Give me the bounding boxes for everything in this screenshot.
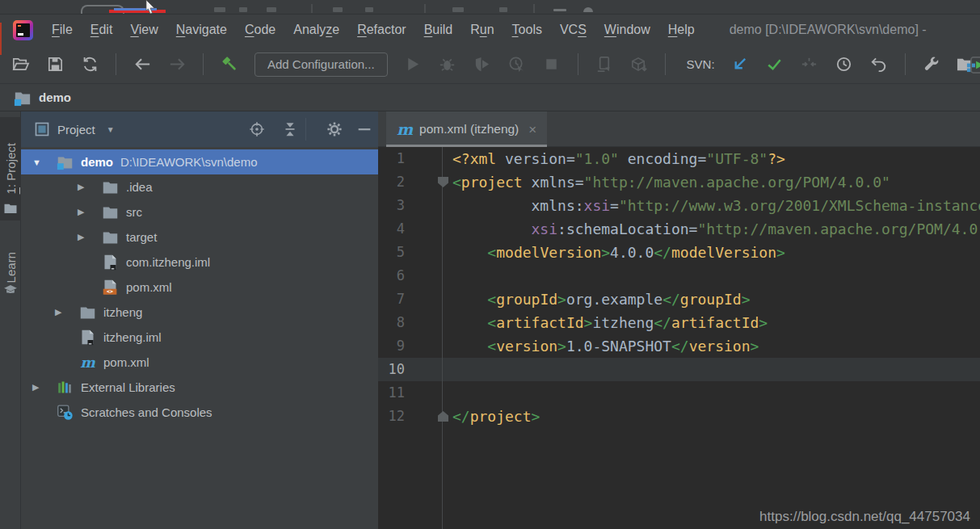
tree-row-src[interactable]: ▶src: [21, 199, 378, 225]
svn-revert-icon[interactable]: [869, 55, 889, 74]
close-icon[interactable]: ×: [528, 123, 536, 136]
editor-tab-pomxml[interactable]: m pom.xml (itzheng) ×: [386, 111, 547, 147]
folder-icon: [79, 304, 99, 321]
project-panel-header[interactable]: Project ▼: [21, 111, 378, 147]
tool-window-icon: [34, 121, 50, 137]
add-configuration-button[interactable]: Add Configuration...: [254, 52, 388, 77]
tree-row-demo[interactable]: ▼demoD:\IDEAWORK\svn\demo: [21, 149, 378, 174]
run-anything-icon[interactable]: [969, 55, 980, 74]
menu-vcs[interactable]: VCS: [551, 19, 595, 40]
project-folder-icon: [14, 89, 32, 107]
background-icon-fragment: [214, 7, 225, 12]
gear-icon[interactable]: [326, 120, 343, 138]
background-separator-fragment: [311, 4, 313, 13]
stripe-button-learn[interactable]: Learn: [0, 233, 21, 302]
window-title: demo [D:\IDEAWORK\svn\demo] -: [730, 23, 927, 37]
locate-file-icon[interactable]: [248, 120, 266, 138]
code-editor[interactable]: 123456789101112 <?xml version="1.0" enco…: [378, 147, 980, 529]
save-icon[interactable]: [45, 55, 65, 74]
install-artifact-icon[interactable]: [629, 55, 649, 74]
back-arrow-icon[interactable]: [132, 55, 152, 74]
tree-row-pom-xml[interactable]: mpom.xml: [21, 350, 378, 375]
tree-row--idea[interactable]: ▶.idea: [21, 174, 378, 199]
collapse-all-icon[interactable]: [281, 120, 299, 138]
main-toolbar: Add Configuration...SVN:: [0, 45, 980, 84]
open-folder-icon[interactable]: [11, 55, 30, 74]
tree-row-scratches-and-consoles[interactable]: Scratches and Consoles: [21, 400, 378, 425]
menu-help[interactable]: Help: [659, 19, 704, 40]
tree-row-external-libraries[interactable]: ▶External Libraries: [21, 375, 378, 400]
background-separator-fragment: [533, 4, 535, 13]
menu-analyze[interactable]: Analyze: [284, 19, 348, 40]
debug-icon[interactable]: [438, 55, 457, 74]
editor-tab-title: pom.xml (itzheng): [419, 122, 519, 136]
breadcrumb-project[interactable]: demo: [39, 90, 71, 104]
tree-row-itzheng-iml[interactable]: itzheng.iml: [21, 325, 378, 350]
svn-merge-icon[interactable]: [800, 55, 819, 74]
chevron-collapsed-icon[interactable]: ▶: [55, 307, 79, 317]
run-coverage-icon[interactable]: [473, 55, 492, 74]
line-number: 10: [378, 358, 442, 381]
graduation-cap-icon: [3, 283, 18, 297]
code-line: <groupId>org.example</groupId>: [452, 288, 980, 311]
hide-panel-icon[interactable]: [355, 120, 373, 138]
tree-item-label: pom.xml: [103, 355, 149, 369]
menu-file[interactable]: File: [43, 19, 82, 40]
toolbar-separator: [203, 53, 204, 75]
stripe-button-project[interactable]: 1: Project: [0, 117, 21, 220]
mouse-cursor: [144, 0, 157, 14]
chevron-down-icon[interactable]: ▼: [107, 125, 115, 134]
menu-refactor[interactable]: Refactor: [348, 19, 414, 40]
toolbar-separator: [905, 53, 906, 75]
run-icon[interactable]: [403, 55, 423, 74]
chevron-expanded-icon[interactable]: ▼: [32, 157, 57, 167]
tree-row-com-itzheng-iml[interactable]: com.itzheng.iml: [21, 250, 378, 275]
intellij-logo-icon: [13, 20, 33, 40]
tree-row-itzheng[interactable]: ▶itzheng: [21, 300, 378, 325]
svn-commit-icon[interactable]: [765, 55, 784, 74]
line-number: 7: [378, 288, 442, 311]
toolbar-separator: [116, 53, 116, 75]
tool-window-stripe: 1: Project Learn: [0, 111, 21, 529]
menu-run[interactable]: Run: [461, 19, 503, 40]
svn-update-icon[interactable]: [730, 55, 750, 74]
chevron-collapsed-icon[interactable]: ▶: [78, 207, 102, 217]
tree-item-label: target: [126, 230, 157, 244]
tree-item-label: itzheng.iml: [103, 330, 162, 344]
svn-history-icon[interactable]: [835, 55, 854, 74]
menu-navigate[interactable]: Navigate: [167, 19, 236, 40]
svg-text:m: m: [80, 355, 95, 371]
tree-row-target[interactable]: ▶target: [21, 225, 378, 250]
background-separator-fragment: [424, 4, 426, 13]
menu-window[interactable]: Window: [595, 19, 659, 40]
menu-code[interactable]: Code: [236, 19, 284, 40]
chevron-collapsed-icon[interactable]: ▶: [32, 382, 57, 393]
svn-label: SVN:: [687, 57, 715, 71]
chevron-collapsed-icon[interactable]: ▶: [78, 182, 102, 192]
settings-wrench-icon[interactable]: [922, 55, 941, 74]
menu-build[interactable]: Build: [415, 19, 462, 40]
background-icon-fragment: [452, 7, 464, 12]
tree-row-pom-xml[interactable]: <>pom.xml: [21, 275, 378, 300]
stop-icon[interactable]: [542, 55, 562, 74]
code-line: [452, 358, 980, 381]
background-icon-fragment: [583, 7, 593, 12]
profiler-icon[interactable]: [507, 55, 527, 74]
header-separator: [305, 118, 306, 141]
forward-arrow-icon[interactable]: [167, 55, 187, 74]
chevron-collapsed-icon[interactable]: ▶: [78, 232, 102, 242]
menu-edit[interactable]: Edit: [82, 19, 122, 40]
attach-debugger-icon[interactable]: [595, 55, 614, 74]
background-icon-fragment: [239, 7, 247, 12]
background-icon-fragment: [267, 7, 276, 12]
project-folder-icon: [57, 153, 76, 170]
background-icon-fragment: [365, 7, 373, 12]
line-number: 6: [378, 264, 442, 288]
sync-icon[interactable]: [80, 55, 99, 74]
menu-tools[interactable]: Tools: [503, 19, 551, 40]
editor-area: m pom.xml (itzheng) × 123456789101112 <?…: [378, 111, 980, 529]
menu-view[interactable]: View: [121, 19, 166, 40]
code-line: <artifactId>itzheng</artifactId>: [452, 311, 980, 334]
line-number: 12: [378, 405, 442, 428]
build-hammer-icon[interactable]: [220, 55, 239, 74]
